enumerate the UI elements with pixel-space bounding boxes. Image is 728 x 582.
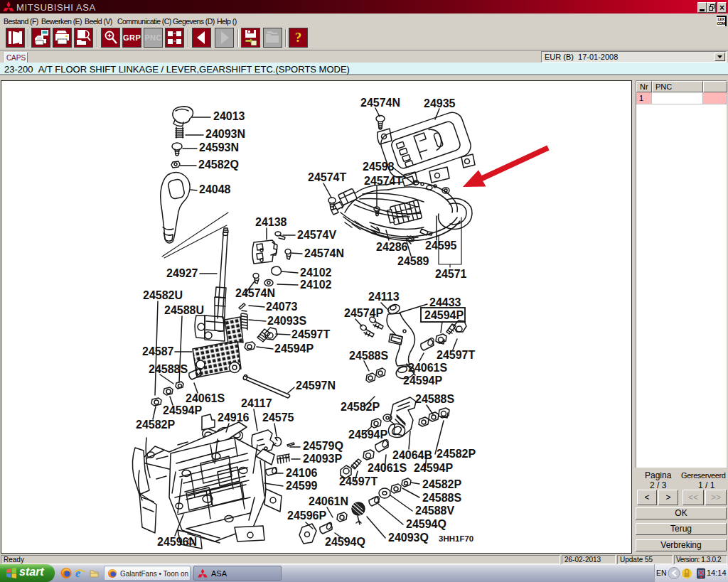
svg-text:24594P: 24594P (424, 309, 464, 321)
svg-text:24571: 24571 (435, 268, 467, 280)
svg-text:24588S: 24588S (422, 492, 461, 504)
svg-text:24582U: 24582U (143, 289, 183, 301)
svg-text:24093Q: 24093Q (388, 532, 429, 544)
svg-text:24594P: 24594P (163, 404, 202, 416)
svg-text:24597T: 24597T (339, 475, 378, 487)
svg-text:24597N: 24597N (296, 379, 336, 392)
svg-text:24596N: 24596N (157, 536, 197, 548)
svg-text:24594P: 24594P (414, 462, 453, 474)
svg-text:24927: 24927 (166, 267, 198, 279)
svg-text:24061N: 24061N (309, 495, 348, 507)
svg-text:24598: 24598 (363, 161, 395, 173)
svg-text:24574N: 24574N (360, 97, 400, 109)
svg-text:3HH1F70: 3HH1F70 (439, 534, 473, 543)
svg-text:24593N: 24593N (199, 141, 239, 153)
svg-text:24594Q: 24594Q (325, 536, 365, 548)
svg-text:24574V: 24574V (297, 229, 336, 241)
svg-text:24061S: 24061S (408, 362, 447, 374)
svg-text:24597T: 24597T (437, 349, 475, 361)
svg-text:e: e (75, 567, 80, 579)
svg-text:24048: 24048 (199, 183, 231, 195)
svg-text:24935: 24935 (424, 97, 456, 109)
svg-text:24061S: 24061S (186, 392, 225, 404)
svg-text:24102: 24102 (300, 279, 332, 291)
svg-text:24061S: 24061S (368, 462, 407, 474)
svg-text:24093P: 24093P (303, 453, 342, 465)
svg-text:24599: 24599 (286, 480, 318, 492)
svg-text:24596P: 24596P (287, 510, 326, 522)
svg-text:24594Q: 24594Q (406, 518, 446, 530)
svg-text:24117: 24117 (241, 397, 272, 409)
svg-text:24588S: 24588S (149, 363, 188, 375)
svg-text:24589: 24589 (397, 255, 429, 267)
svg-text:24286: 24286 (376, 241, 408, 253)
svg-text:24588U: 24588U (164, 304, 204, 316)
svg-text:24582P: 24582P (341, 401, 380, 413)
svg-text:24093N: 24093N (205, 128, 245, 140)
svg-text:24588S: 24588S (349, 350, 388, 362)
svg-text:24582P: 24582P (437, 448, 476, 460)
svg-text:24574N: 24574N (235, 287, 275, 299)
svg-text:24594P: 24594P (403, 374, 442, 387)
svg-text:24916: 24916 (218, 411, 250, 424)
svg-text:24574N: 24574N (304, 247, 344, 259)
svg-text:24587: 24587 (142, 345, 174, 357)
svg-text:24582P: 24582P (136, 419, 175, 431)
svg-text:24574T: 24574T (364, 175, 402, 187)
svg-text:24064B: 24064B (392, 449, 432, 461)
svg-text:24595: 24595 (425, 239, 457, 252)
svg-text:24574P: 24574P (344, 307, 383, 319)
svg-text:24433: 24433 (429, 296, 461, 308)
svg-text:24588S: 24588S (415, 393, 454, 405)
svg-text:24594P: 24594P (348, 429, 387, 441)
svg-text:24106: 24106 (286, 467, 318, 479)
svg-text:24113: 24113 (368, 291, 400, 303)
svg-text:24102: 24102 (300, 266, 332, 279)
svg-text:24093S: 24093S (267, 315, 306, 327)
svg-text:24582P: 24582P (422, 478, 461, 490)
svg-text:24073: 24073 (266, 301, 298, 313)
svg-text:24579Q: 24579Q (303, 440, 343, 452)
svg-text:24582Q: 24582Q (198, 158, 239, 171)
svg-text:24013: 24013 (213, 110, 245, 122)
svg-text:24138: 24138 (255, 216, 287, 228)
svg-text:24597T: 24597T (291, 328, 330, 340)
svg-text:24575: 24575 (262, 411, 294, 424)
svg-text:24594P: 24594P (274, 343, 314, 355)
svg-text:24574T: 24574T (308, 171, 346, 183)
svg-text:24588V: 24588V (415, 505, 454, 517)
